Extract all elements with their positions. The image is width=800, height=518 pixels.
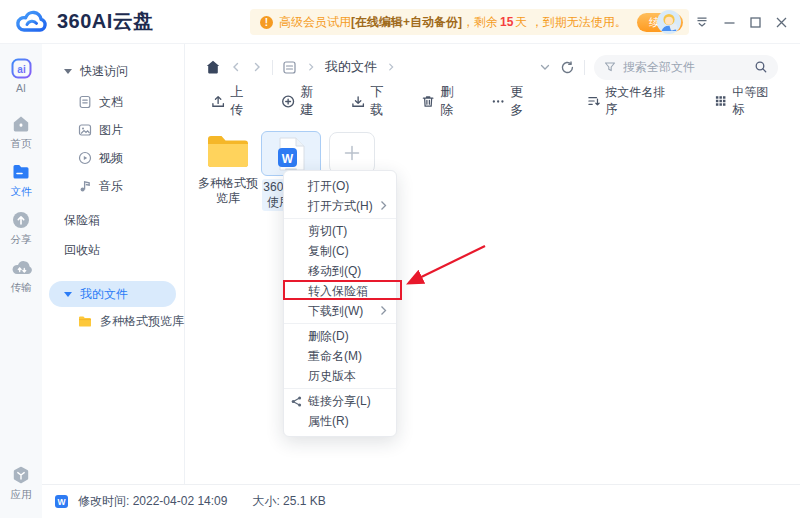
more-button[interactable]: 更多	[491, 83, 535, 119]
menu-item-download-to[interactable]: 下载到(W)	[284, 301, 396, 321]
app-window: 360AI云盘 ! 高级会员试用[在线编辑+自动备份]，剩余 15 天 ，到期无…	[0, 0, 800, 518]
collapse-window-icon[interactable]	[694, 14, 710, 30]
chevron-down-icon[interactable]	[539, 61, 551, 73]
rail-label: 应用	[11, 488, 32, 502]
menu-item-link-share[interactable]: 链接分享(L)	[284, 391, 396, 411]
document-icon	[78, 95, 92, 109]
view-mode-button[interactable]: 中等图标	[714, 84, 778, 118]
menu-item-open[interactable]: 打开(O)	[284, 176, 396, 196]
rail-label: 文件	[11, 185, 32, 199]
sidebar-item-music[interactable]: 音乐	[42, 172, 185, 200]
search-box[interactable]	[594, 55, 778, 80]
sidebar-item-format-library[interactable]: 多种格式预览库	[42, 307, 185, 335]
item-label: 音乐	[99, 178, 123, 195]
new-plus-icon	[281, 94, 295, 109]
rail-label: AI	[16, 82, 26, 94]
more-dots-icon	[491, 94, 505, 109]
sort-button[interactable]: 按文件名排序	[587, 84, 674, 118]
add-file-button[interactable]	[329, 132, 375, 174]
menu-item-open-with[interactable]: 打开方式(H)	[284, 196, 396, 216]
menu-separator	[284, 323, 396, 324]
banner-text-prefix: 高级会员试用	[279, 14, 351, 31]
avatar[interactable]	[657, 10, 681, 34]
minimize-button[interactable]	[723, 16, 736, 29]
plus-icon	[343, 144, 361, 162]
menu-item-move-to-safebox[interactable]: 转入保险箱	[284, 281, 396, 301]
filter-icon[interactable]	[604, 61, 616, 73]
menu-item-rename[interactable]: 重命名(M)	[284, 346, 396, 366]
tool-label: 中等图标	[732, 84, 778, 118]
sidebar-item-safebox[interactable]: 保险箱	[42, 206, 185, 234]
sort-icon	[587, 94, 600, 108]
svg-text:W: W	[57, 497, 66, 507]
main-content: 我的文件	[185, 44, 800, 484]
maximize-button[interactable]	[749, 16, 762, 29]
share-circle-icon	[11, 210, 31, 230]
chevron-down-icon	[64, 69, 72, 74]
menu-item-history[interactable]: 历史版本	[284, 366, 396, 386]
video-icon	[78, 151, 92, 165]
home-button-icon[interactable]	[205, 59, 221, 75]
banner-text-suffix: 天 ，到期无法使用。	[515, 14, 626, 31]
menu-item-cut[interactable]: 剪切(T)	[284, 221, 396, 241]
menu-item-copy[interactable]: 复制(C)	[284, 241, 396, 261]
svg-text:ai: ai	[17, 64, 26, 75]
transfer-cloud-icon	[11, 258, 32, 278]
item-label: 视频	[99, 150, 123, 167]
menu-item-move-to[interactable]: 移动到(Q)	[284, 261, 396, 281]
item-label: 文档	[99, 94, 123, 111]
image-icon	[78, 123, 92, 137]
search-input[interactable]	[623, 60, 747, 74]
sidebar-item-videos[interactable]: 视频	[42, 144, 185, 172]
file-tile-folder[interactable]: 多种格式预览库	[195, 132, 261, 206]
submenu-arrow-icon	[380, 200, 387, 211]
delete-button[interactable]: 删除	[421, 83, 465, 119]
nav-rail: ai AI 首页 文件 分享	[0, 44, 42, 518]
file-name: 多种格式预览库	[195, 176, 261, 206]
file-size: 大小: 25.1 KB	[252, 493, 325, 510]
tool-label: 下载	[370, 83, 395, 119]
sidebar-group-quick-access[interactable]: 快速访问	[42, 57, 185, 85]
trash-icon	[421, 94, 435, 109]
search-icon[interactable]	[754, 60, 768, 74]
folder-icon	[11, 162, 31, 182]
breadcrumb-current[interactable]: 我的文件	[325, 58, 377, 76]
rail-item-home[interactable]: 首页	[0, 114, 42, 151]
sidebar-item-pictures[interactable]: 图片	[42, 116, 185, 144]
chevron-down-icon	[64, 292, 72, 297]
download-button[interactable]: 下载	[351, 83, 395, 119]
menu-separator	[284, 388, 396, 389]
rail-item-transfer[interactable]: 传输	[0, 258, 42, 295]
folder-large-icon	[195, 132, 261, 170]
item-label: 多种格式预览库	[100, 313, 184, 330]
sidebar-item-recycle[interactable]: 回收站	[42, 236, 185, 264]
upload-button[interactable]: 上传	[211, 83, 255, 119]
share-icon	[291, 396, 302, 407]
menu-item-delete[interactable]: 删除(D)	[284, 326, 396, 346]
rail-item-share[interactable]: 分享	[0, 210, 42, 247]
sidebar-item-my-files[interactable]: 我的文件	[49, 281, 176, 307]
sidebar: 快速访问 文档 图片 视频 音乐 保险箱	[42, 44, 185, 518]
refresh-icon[interactable]	[560, 60, 575, 75]
close-button[interactable]	[775, 16, 788, 29]
item-label: 图片	[99, 122, 123, 139]
tool-label: 更多	[510, 83, 535, 119]
menu-item-properties[interactable]: 属性(R)	[284, 411, 396, 431]
rail-item-files[interactable]: 文件	[0, 162, 42, 199]
rail-item-ai[interactable]: ai AI	[0, 58, 42, 94]
forward-icon[interactable]	[251, 61, 263, 73]
back-icon[interactable]	[230, 61, 242, 73]
context-menu: 打开(O) 打开方式(H) 剪切(T) 复制(C) 移动到(Q) 转入保险箱 下…	[283, 170, 397, 437]
music-icon	[78, 179, 92, 193]
banner-days-remaining: 15	[500, 15, 513, 29]
cloud-logo-icon	[14, 9, 50, 35]
rail-item-apps[interactable]: 应用	[0, 465, 42, 502]
chevron-right-icon	[386, 62, 396, 72]
rail-label: 首页	[11, 137, 32, 151]
menu-separator	[284, 218, 396, 219]
sidebar-item-docs[interactable]: 文档	[42, 88, 185, 116]
tool-label: 新建	[300, 83, 325, 119]
title-bar: 360AI云盘 ! 高级会员试用[在线编辑+自动备份]，剩余 15 天 ，到期无…	[0, 0, 800, 44]
new-button[interactable]: 新建	[281, 83, 325, 119]
chevron-right-icon	[306, 62, 316, 72]
